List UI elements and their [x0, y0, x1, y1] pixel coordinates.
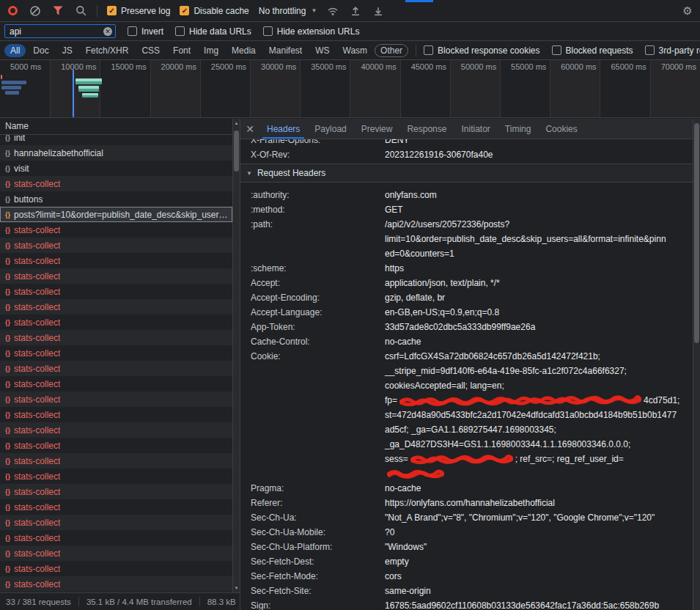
filter-pill-manifest[interactable]: Manifest: [263, 44, 308, 57]
checkbox-label: Blocked response cookies: [438, 45, 539, 56]
time-label: 40000 ms: [350, 60, 399, 117]
name-column-header[interactable]: Name: [0, 119, 232, 135]
request-list-scrollbar[interactable]: ▲ ▼: [232, 119, 240, 592]
request-row[interactable]: {}stats-collect: [0, 515, 232, 530]
request-row[interactable]: {}stats-collect: [0, 361, 232, 376]
filter-input[interactable]: [8, 26, 100, 37]
clear-filter-icon[interactable]: ✕: [103, 27, 112, 36]
checkbox-box: [107, 6, 117, 15]
hide-extension-urls-checkbox[interactable]: Hide extension URLs: [263, 26, 360, 37]
request-headers-section[interactable]: ▼ Request Headers: [240, 163, 693, 183]
request-row[interactable]: {}stats-collect: [0, 545, 232, 561]
header-value: cors: [385, 569, 693, 584]
preserve-log-checkbox[interactable]: Preserve log: [107, 6, 170, 16]
record-button[interactable]: [6, 4, 19, 18]
request-name: stats-collect: [14, 564, 60, 574]
scroll-up-icon[interactable]: ▲: [233, 121, 240, 125]
json-file-icon: {}: [5, 350, 10, 357]
tab-preview[interactable]: Preview: [354, 119, 400, 139]
request-row[interactable]: {}buttons: [0, 191, 232, 207]
tab-payload[interactable]: Payload: [307, 119, 353, 139]
details-scrollbar[interactable]: [693, 119, 700, 610]
header-name: Cookie:: [240, 349, 385, 481]
scroll-down-icon[interactable]: ▼: [233, 586, 240, 590]
request-row[interactable]: {}init: [0, 135, 232, 145]
request-name: stats-collect: [14, 364, 60, 374]
request-row[interactable]: {}stats-collect: [0, 176, 232, 191]
export-har-button[interactable]: [372, 4, 385, 18]
filter-pill-font[interactable]: Font: [167, 44, 196, 57]
request-list-pane: Name {}init{}hannahelizabethofficial{}vi…: [0, 119, 240, 610]
request-name: stats-collect: [14, 271, 60, 282]
filter-pill-other[interactable]: Other: [375, 44, 408, 57]
search-button[interactable]: [74, 4, 87, 18]
filter-pill-img[interactable]: Img: [198, 44, 224, 57]
request-row[interactable]: {}stats-collect: [0, 284, 232, 299]
filter-pill-media[interactable]: Media: [226, 44, 262, 57]
request-row[interactable]: {}stats-collect: [0, 345, 232, 361]
request-row[interactable]: {}stats-collect: [0, 253, 232, 268]
request-row[interactable]: {}stats-collect: [0, 438, 232, 453]
record-icon: [8, 6, 18, 15]
scrollbar-thumb[interactable]: [694, 123, 699, 343]
request-name: buttons: [14, 194, 43, 205]
filter-pill-css[interactable]: CSS: [136, 44, 166, 57]
clear-button[interactable]: [29, 4, 42, 18]
request-name: stats-collect: [14, 302, 60, 312]
request-row[interactable]: {}stats-collect: [0, 499, 232, 515]
tab-timing[interactable]: Timing: [498, 119, 539, 139]
request-row[interactable]: {}stats-collect: [0, 561, 232, 576]
header-row: Cookie:csrf=LdfcGX4Sa72db06824c657db26a5…: [240, 349, 693, 481]
waterfall-overview[interactable]: 5000 ms10000 ms15000 ms20000 ms25000 ms3…: [0, 60, 700, 118]
blocked-response-cookies-checkbox[interactable]: Blocked response cookies: [424, 45, 539, 56]
tab-response[interactable]: Response: [399, 119, 454, 139]
request-row[interactable]: {}hannahelizabethofficial: [0, 145, 232, 161]
filter-pill-ws[interactable]: WS: [309, 44, 335, 57]
filter-button[interactable]: [51, 4, 65, 18]
import-har-button[interactable]: [349, 4, 362, 18]
header-row: :path:/api2/v2/users/20572336/posts?limi…: [240, 217, 693, 261]
close-details-icon[interactable]: ✕: [240, 119, 259, 139]
request-row[interactable]: {}stats-collect: [0, 484, 232, 499]
request-row[interactable]: {}posts?limit=10&order=publish_date_desc…: [0, 207, 232, 222]
request-row[interactable]: {}stats-collect: [0, 268, 232, 284]
request-row[interactable]: {}stats-collect: [0, 330, 232, 345]
3rd-party-requests-checkbox[interactable]: 3rd-party requests: [645, 45, 700, 56]
hide-data-urls-checkbox[interactable]: Hide data URLs: [175, 26, 251, 37]
header-value: https: [385, 261, 693, 276]
request-row[interactable]: {}stats-collect: [0, 407, 232, 422]
request-row[interactable]: {}stats-collect: [0, 468, 232, 484]
tab-headers[interactable]: Headers: [259, 119, 307, 139]
request-name: stats-collect: [14, 348, 60, 359]
settings-gear-icon[interactable]: ⚙: [681, 4, 694, 18]
request-row[interactable]: {}stats-collect: [0, 315, 232, 330]
request-row[interactable]: {}stats-collect: [0, 222, 232, 238]
request-row[interactable]: {}stats-collect: [0, 530, 232, 545]
request-row[interactable]: {}visit: [0, 161, 232, 176]
request-row[interactable]: {}stats-collect: [0, 453, 232, 468]
disable-cache-checkbox[interactable]: Disable cache: [180, 6, 248, 16]
request-row[interactable]: {}stats-collect: [0, 238, 232, 253]
blocked-requests-checkbox[interactable]: Blocked requests: [552, 45, 633, 56]
header-row: Sec-Fetch-Site:same-origin: [240, 584, 693, 598]
network-summary: 33 / 381 requests35.1 kB / 4.4 MB transf…: [0, 592, 240, 610]
request-row[interactable]: {}stats-collect: [0, 376, 232, 392]
invert-checkbox[interactable]: Invert: [128, 26, 163, 37]
filter-pill-fetch-xhr[interactable]: Fetch/XHR: [80, 44, 135, 57]
request-row[interactable]: {}stats-collect: [0, 576, 232, 592]
scrollbar-thumb[interactable]: [234, 131, 239, 172]
request-row[interactable]: {}stats-collect: [0, 299, 232, 315]
network-conditions-button[interactable]: [326, 4, 339, 18]
filter-pill-wasm[interactable]: Wasm: [337, 44, 374, 57]
throttling-select[interactable]: No throttling ▼: [259, 6, 317, 16]
header-value: https://onlyfans.com/hannahelizabethoffi…: [385, 496, 693, 510]
filter-pill-all[interactable]: All: [4, 44, 26, 57]
filter-pill-js[interactable]: JS: [56, 44, 78, 57]
tab-initiator[interactable]: Initiator: [454, 119, 497, 139]
request-row[interactable]: {}stats-collect: [0, 392, 232, 407]
json-file-icon: {}: [5, 180, 10, 188]
tab-cookies[interactable]: Cookies: [538, 119, 584, 139]
request-row[interactable]: {}stats-collect: [0, 422, 232, 438]
section-title: Request Headers: [257, 168, 325, 178]
filter-pill-doc[interactable]: Doc: [27, 44, 54, 57]
